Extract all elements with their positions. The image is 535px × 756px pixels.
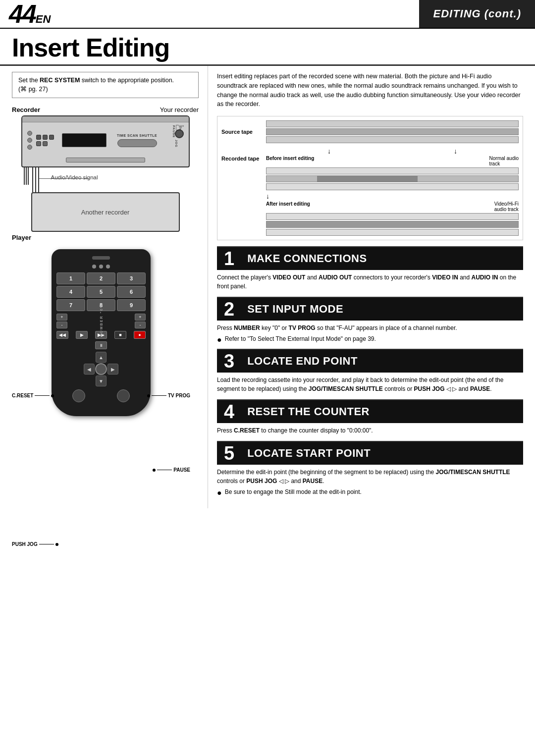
- step-5-bullet-text: Be sure to engage the Still mode at the …: [225, 488, 362, 495]
- push-jog-line: [39, 544, 54, 544]
- timescan-control: [117, 139, 157, 147]
- section-title: EDITING (cont.): [419, 0, 535, 28]
- remote-btn-3[interactable]: 3: [117, 272, 146, 284]
- left-column: Set the REC SYSTEM switch to the appropr…: [0, 66, 208, 508]
- bullet-dot-2-icon: ●: [217, 488, 222, 497]
- tvprog-line: [152, 395, 166, 396]
- step-2-bullet: ● Refer to "To Select The External Input…: [217, 335, 523, 344]
- tvprog-dot-icon: [147, 394, 150, 397]
- remote-right-controls: + -: [135, 314, 146, 328]
- another-recorder-label: Another recorder: [81, 209, 130, 216]
- rewind-btn[interactable]: ◀◀: [56, 331, 68, 339]
- step-1-title: Make Connections: [247, 252, 367, 265]
- page-number: 44: [9, 1, 36, 27]
- remote-indicator: [92, 256, 110, 260]
- step-3-header: 3 Locate End Point: [217, 350, 523, 373]
- step-3-section: 3 Locate End Point Load the recording ca…: [217, 349, 523, 394]
- remote-bottom-buttons[interactable]: [56, 389, 146, 402]
- player-label: Player: [12, 234, 199, 241]
- remote-btn-4[interactable]: 4: [56, 286, 85, 298]
- arrow-down-1-icon: ↓: [327, 147, 331, 156]
- before-after-labels: Before insert editing Normal audio track: [266, 156, 519, 166]
- play-btn[interactable]: ▶: [76, 331, 88, 339]
- normal-audio-label: Normal audio track: [489, 156, 519, 166]
- video-hifi-labels: Video/Hi-Fi audio track: [494, 201, 519, 212]
- connector-3: [27, 145, 32, 150]
- arrow-down-2-icon: ↓: [454, 147, 457, 156]
- remote-btn-6[interactable]: 6: [117, 286, 146, 298]
- step-1-body: Connect the player's VIDEO OUT and AUDIO…: [217, 270, 523, 292]
- source-track-1: [266, 120, 519, 127]
- remote-plus-minus-row: + - NUMBER "0" + -: [56, 314, 146, 328]
- vcr-left-connectors: [27, 131, 32, 150]
- step-2-bullet-text: Refer to "To Select The External Input M…: [225, 335, 376, 342]
- step-5-header: 5 Locate Start Point: [217, 442, 523, 465]
- remote-minus-btn-r[interactable]: -: [135, 322, 146, 328]
- remote-btn-5[interactable]: 5: [87, 286, 115, 298]
- status-light-3: [106, 265, 110, 269]
- before-track-1: [266, 167, 519, 174]
- recorded-tape-section: Recorded tape Before insert editing Norm…: [221, 156, 519, 236]
- wire-2: [26, 167, 27, 185]
- circle-btn-2[interactable]: [117, 389, 130, 402]
- creset-dot-icon: [51, 394, 54, 397]
- track-highlight: [317, 176, 418, 182]
- arrows: ↓ ↓: [266, 147, 519, 156]
- bullet-dot-icon: ●: [217, 335, 222, 344]
- remote-plus-btn-r[interactable]: +: [135, 314, 146, 321]
- step-1-header: 1 Make Connections: [217, 247, 523, 270]
- remote-plus-btn[interactable]: +: [56, 314, 67, 321]
- number-label: NUMBER "0": [100, 305, 103, 336]
- source-tracks: [266, 120, 519, 143]
- source-tape-row: Source tape: [221, 120, 519, 143]
- header-left: 44 EN: [0, 0, 419, 28]
- dpad-right[interactable]: ▶: [107, 364, 118, 375]
- remote-btn-7[interactable]: 7: [56, 299, 85, 311]
- source-tape-label: Source tape: [221, 129, 266, 135]
- top-vcr-device: TIME SCAN SHUTTLE PAUSE JOG ☞: [12, 115, 199, 167]
- connecting-area: Audio/Video signal: [21, 167, 190, 192]
- remote-btn-2[interactable]: 2: [87, 272, 115, 284]
- step-3-body: Load the recording cassette into your re…: [217, 373, 523, 394]
- stop-btn[interactable]: ■: [114, 331, 126, 339]
- connector-2: [27, 138, 32, 143]
- cable-wires: [22, 167, 25, 185]
- rec-btn[interactable]: ●: [134, 331, 146, 339]
- dpad-down[interactable]: ▼: [96, 376, 107, 386]
- status-light-2: [99, 265, 103, 269]
- remote-dpad[interactable]: ▲ ▼ ◀ ▶: [84, 352, 118, 386]
- step-4-header: 4 Reset The Counter: [217, 400, 523, 423]
- number-0-area[interactable]: NUMBER "0": [100, 305, 103, 336]
- page-title: Insert Editing: [12, 35, 523, 60]
- spacer: [221, 147, 266, 156]
- step-5-section: 5 Locate Start Point Determine the edit-…: [217, 441, 523, 497]
- vcr-btn: [49, 135, 54, 140]
- main-content: Set the REC SYSTEM switch to the appropr…: [0, 66, 535, 508]
- step-5-number: 5: [217, 444, 241, 463]
- vcr-top-strip: [22, 116, 189, 122]
- dpad-up[interactable]: ▲: [96, 352, 107, 363]
- circle-btn-1[interactable]: [72, 389, 85, 402]
- remote-minus-btn[interactable]: -: [56, 322, 67, 328]
- av-line: [39, 178, 89, 179]
- step-5-body: Determine the edit-in point (the beginni…: [217, 465, 523, 486]
- after-track-1: [266, 213, 519, 220]
- av-signal-label: Audio/Video signal: [51, 174, 98, 180]
- source-track-2: [266, 128, 519, 135]
- pause-btn-remote[interactable]: ⏸: [95, 341, 107, 349]
- vcr-button-area: TIME SCAN SHUTTLE PAUSE JOG: [22, 122, 189, 157]
- hand-cursor-icon: ☞: [175, 121, 185, 134]
- dpad-center[interactable]: [95, 363, 107, 375]
- step-2-header: 2 Set Input Mode: [217, 298, 523, 321]
- before-tracks: [266, 167, 519, 190]
- vcr-body-top: TIME SCAN SHUTTLE PAUSE JOG ☞: [21, 115, 190, 167]
- step-2-number: 2: [217, 300, 241, 319]
- remote-btn-1[interactable]: 1: [56, 272, 85, 284]
- creset-label: C.RESET: [12, 393, 54, 398]
- remote-btn-9[interactable]: 9: [117, 299, 146, 311]
- dpad-left[interactable]: ◀: [84, 364, 95, 375]
- step-4-title: Reset The Counter: [247, 405, 370, 418]
- vcr-diagram: Recorder Your recorder: [12, 106, 199, 241]
- remote-left-controls: + -: [56, 314, 67, 328]
- vcr-timescan-area: TIME SCAN SHUTTLE: [114, 134, 160, 147]
